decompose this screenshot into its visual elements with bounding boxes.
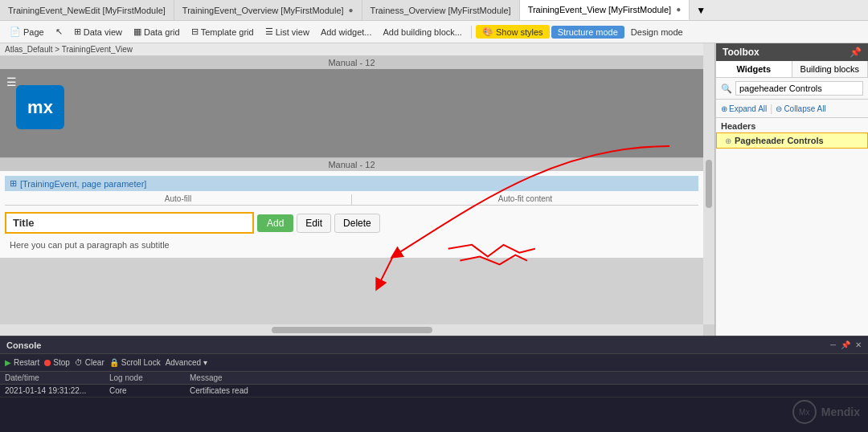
subtitle-text: Here you can put a paragraph as subtitle bbox=[5, 237, 698, 253]
add-building-block-button[interactable]: Add building block... bbox=[378, 26, 466, 39]
scroll-lock-button[interactable]: 🔒 Scroll Lock bbox=[109, 358, 161, 367]
page-icon: 📄 bbox=[10, 26, 21, 37]
tab-label: TrainingEvent_NewEdit [MyFirstModule] bbox=[8, 6, 166, 15]
tab-label: TrainingEvent_View [MyFirstModule] bbox=[528, 5, 672, 14]
console-toolbar: ▶ Restart Stop ⏱ Clear 🔒 Scroll Lock Adv… bbox=[0, 354, 868, 372]
tab-training-event-newedit[interactable]: TrainingEvent_NewEdit [MyFirstModule] bbox=[0, 0, 174, 21]
param-icon: ⊞ bbox=[10, 178, 17, 189]
tab-building-blocks[interactable]: Building blocks bbox=[792, 61, 869, 77]
show-styles-button[interactable]: 🎨 Show styles bbox=[476, 25, 550, 39]
page-button[interactable]: 📄 Page bbox=[5, 25, 49, 39]
restart-icon: ▶ bbox=[5, 358, 11, 367]
stop-button[interactable]: Stop bbox=[44, 358, 70, 367]
breadcrumb: Atlas_Default > TrainingEvent_View bbox=[0, 43, 703, 56]
log-datetime: 2021-01-14 19:31:22... bbox=[0, 385, 104, 397]
canvas-header: ☰ mx bbox=[0, 69, 703, 157]
close-icon[interactable]: ● bbox=[676, 5, 681, 14]
expand-icon: ⊕ bbox=[721, 104, 727, 113]
advanced-button[interactable]: Advanced ▾ bbox=[166, 358, 207, 367]
toolbox-expand-collapse: ⊕ Expand All | ⊖ Collapse All bbox=[716, 100, 868, 118]
col-log-node: Log node bbox=[104, 372, 185, 384]
col-message: Message bbox=[185, 372, 868, 384]
delete-button[interactable]: Delete bbox=[334, 214, 380, 233]
expand-all-button[interactable]: ⊕ Expand All bbox=[721, 103, 767, 114]
design-mode-button[interactable]: Design mode bbox=[626, 26, 688, 39]
toolbox-search-bar: 🔍 bbox=[716, 78, 868, 100]
clear-button[interactable]: ⏱ Clear bbox=[75, 358, 104, 367]
cursor-icon: ↖ bbox=[55, 26, 63, 37]
template-grid-button[interactable]: ⊟ Template grid bbox=[186, 25, 259, 39]
stop-icon bbox=[44, 360, 51, 366]
hscroll-thumb[interactable] bbox=[272, 327, 432, 333]
tab-label: TrainingEvent_Overview [MyFirstModule] bbox=[182, 6, 344, 15]
collapse-icon: ⊖ bbox=[776, 104, 782, 113]
restart-button[interactable]: ▶ Restart bbox=[5, 358, 39, 367]
collapse-all-button[interactable]: ⊖ Collapse All bbox=[776, 103, 825, 114]
console-header: Console ─ 📌 ✕ bbox=[0, 336, 868, 354]
vertical-scrollbar[interactable] bbox=[703, 43, 714, 324]
mx-logo: mx bbox=[16, 85, 64, 129]
tab-training-event-overview[interactable]: TrainingEvent_Overview [MyFirstModule] ● bbox=[174, 0, 362, 21]
canvas-area[interactable]: Atlas_Default > TrainingEvent_View Manua… bbox=[0, 43, 715, 336]
horizontal-scrollbar[interactable] bbox=[0, 324, 703, 336]
toolbox-header: Toolbox 📌 bbox=[716, 43, 868, 61]
styles-icon: 🎨 bbox=[482, 26, 493, 37]
toolbox-panel: Toolbox 📌 Widgets Building blocks 🔍 ⊕ Ex… bbox=[715, 43, 868, 336]
close-icon[interactable]: ● bbox=[349, 6, 354, 14]
tab-widgets[interactable]: Widgets bbox=[716, 61, 792, 77]
canvas-bottom-label: Manual - 12 bbox=[0, 158, 703, 171]
data-view-button[interactable]: ⊞ Data view bbox=[69, 25, 127, 39]
edit-button[interactable]: Edit bbox=[297, 214, 331, 233]
param-bar: ⊞ [TrainingEvent, page parameter] bbox=[5, 176, 698, 191]
list-view-button[interactable]: ☰ List view bbox=[260, 25, 314, 39]
structure-mode-button[interactable]: Structure mode bbox=[551, 26, 624, 39]
cursor-button[interactable]: ↖ bbox=[51, 25, 68, 39]
console-log-row: 2021-01-14 19:31:22... Core Certificates… bbox=[0, 385, 868, 397]
main-layout: Atlas_Default > TrainingEvent_View Manua… bbox=[0, 43, 868, 336]
vscroll-thumb[interactable] bbox=[706, 160, 712, 208]
lock-icon: 🔒 bbox=[109, 358, 119, 367]
add-button[interactable]: Add bbox=[257, 214, 293, 232]
console-close-button[interactable]: ✕ bbox=[855, 340, 862, 349]
toolbox-pin-icon[interactable]: 📌 bbox=[850, 47, 862, 58]
console-table-header: Date/time Log node Message bbox=[0, 372, 868, 385]
toolbox-section-headers: Headers bbox=[716, 118, 868, 132]
console-controls: ─ 📌 ✕ bbox=[830, 340, 862, 349]
log-message: Certificates read bbox=[185, 385, 868, 397]
console-panel: Console ─ 📌 ✕ ▶ Restart Stop ⏱ Clear 🔒 S… bbox=[0, 336, 868, 432]
add-widget-button[interactable]: Add widget... bbox=[316, 26, 377, 39]
autofill-row: Auto-fill Auto-fit content bbox=[5, 194, 698, 206]
separator bbox=[471, 26, 472, 39]
list-view-icon: ☰ bbox=[265, 26, 273, 37]
item-expand-icon: ⊕ bbox=[725, 137, 731, 145]
canvas-top-label: Manual - 12 bbox=[0, 56, 703, 69]
title-input[interactable] bbox=[5, 212, 254, 234]
data-view-icon: ⊞ bbox=[74, 26, 81, 37]
data-grid-icon: ▦ bbox=[133, 26, 141, 37]
console-minimize-button[interactable]: ─ bbox=[830, 340, 836, 349]
tab-overflow-button[interactable]: ▼ bbox=[691, 5, 710, 16]
search-icon: 🔍 bbox=[721, 84, 732, 94]
mendix-logo: Mx bbox=[792, 400, 817, 424]
console-pin-button[interactable]: 📌 bbox=[841, 340, 850, 349]
toolbox-search-input[interactable] bbox=[735, 81, 863, 96]
tab-trainess-overview[interactable]: Trainess_Overview [MyFirstModule] bbox=[362, 0, 520, 21]
tab-training-event-view[interactable]: TrainingEvent_View [MyFirstModule] ● bbox=[520, 0, 690, 21]
log-node: Core bbox=[104, 385, 185, 397]
toolbox-item-pageheader-controls[interactable]: ⊕ Pageheader Controls bbox=[716, 132, 868, 149]
mendix-brand-text: Mendix bbox=[821, 406, 860, 418]
clear-icon: ⏱ bbox=[75, 358, 83, 367]
editor-toolbar: 📄 Page ↖ ⊞ Data view ▦ Data grid ⊟ Templ… bbox=[0, 21, 868, 43]
canvas-content: ⊞ [TrainingEvent, page parameter] Auto-f… bbox=[0, 171, 703, 258]
tab-bar: TrainingEvent_NewEdit [MyFirstModule] Tr… bbox=[0, 0, 868, 21]
form-row: Add Edit Delete bbox=[5, 209, 698, 237]
toolbox-tabs: Widgets Building blocks bbox=[716, 61, 868, 78]
data-grid-button[interactable]: ▦ Data grid bbox=[129, 25, 185, 39]
hamburger-icon: ☰ bbox=[6, 75, 17, 88]
canvas-scroll-container: Atlas_Default > TrainingEvent_View Manua… bbox=[0, 43, 703, 324]
console-log-table: Date/time Log node Message 2021-01-14 19… bbox=[0, 372, 868, 432]
autofill-left: Auto-fill bbox=[5, 194, 351, 206]
mendix-watermark: Mx Mendix bbox=[792, 400, 860, 424]
template-grid-icon: ⊟ bbox=[191, 26, 199, 37]
autofit-right: Auto-fit content bbox=[352, 194, 698, 206]
